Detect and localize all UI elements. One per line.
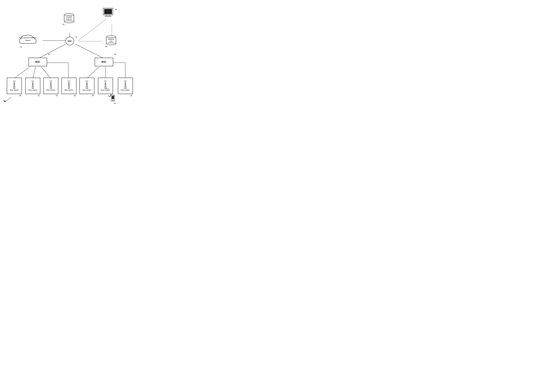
- svg-line-2: [78, 19, 107, 41]
- msc-node: MSC 12: [65, 37, 74, 45]
- base-station-28: Base Station 28: [79, 78, 94, 94]
- svg-line-13: [87, 67, 99, 78]
- tower-icon: [30, 80, 36, 89]
- svg-line-7: [75, 44, 104, 58]
- svg-rect-22: [105, 16, 111, 17]
- computer-node: 54: [102, 8, 114, 18]
- svg-line-6: [38, 44, 65, 58]
- tower-icon: [102, 80, 109, 89]
- handoff-cylinder: Handoff Statistics: [64, 14, 74, 23]
- bsc2-node: BSC 18: [95, 58, 113, 66]
- tower-icon: [66, 80, 72, 89]
- handoff-statistics-node: Handoff Statistics 52: [64, 14, 74, 23]
- svg-rect-82: [112, 96, 114, 99]
- svg-line-71: [107, 88, 108, 89]
- base-station-26: Base Station 26: [61, 78, 76, 94]
- svg-line-8: [14, 67, 30, 78]
- msc-circle: MSC: [65, 37, 74, 45]
- svg-rect-20: [104, 9, 112, 14]
- network-diagram: Handoff Statistics 52 54 Neighbor Lists …: [0, 0, 142, 105]
- diagram-arrow: [4, 97, 12, 103]
- base-station-22: Base Station 22: [25, 78, 40, 94]
- svg-marker-86: [4, 101, 6, 102]
- bsc1-node: BSC 16: [28, 58, 47, 66]
- pstn-node: Public Switched TelephoneNetwork 14: [19, 34, 37, 46]
- base-station-30: Base Station 30: [98, 78, 113, 94]
- tower-icon: [11, 80, 18, 89]
- mobile-phone-node: 34: [111, 95, 115, 102]
- svg-line-85: [5, 98, 11, 102]
- base-station-20: Base Station 20: [7, 78, 22, 94]
- svg-line-10: [41, 67, 51, 78]
- tower-icon: [48, 80, 54, 89]
- computer-icon: [102, 8, 114, 18]
- bsc1-box: BSC: [28, 58, 47, 66]
- bsc2-box: BSC: [95, 58, 113, 66]
- tower-icon: [122, 80, 129, 89]
- tower-icon: [84, 80, 90, 89]
- base-station-32: Base Station 32: [118, 78, 133, 94]
- base-station-24: Base Station 24: [43, 78, 58, 94]
- svg-line-9: [33, 67, 36, 78]
- neighbor-cylinder: Neighbor Lists: [106, 36, 116, 45]
- svg-line-18: [108, 95, 110, 97]
- mobile-phone-icon: [111, 95, 115, 102]
- neighbor-lists-node: Neighbor Lists 50: [106, 36, 116, 45]
